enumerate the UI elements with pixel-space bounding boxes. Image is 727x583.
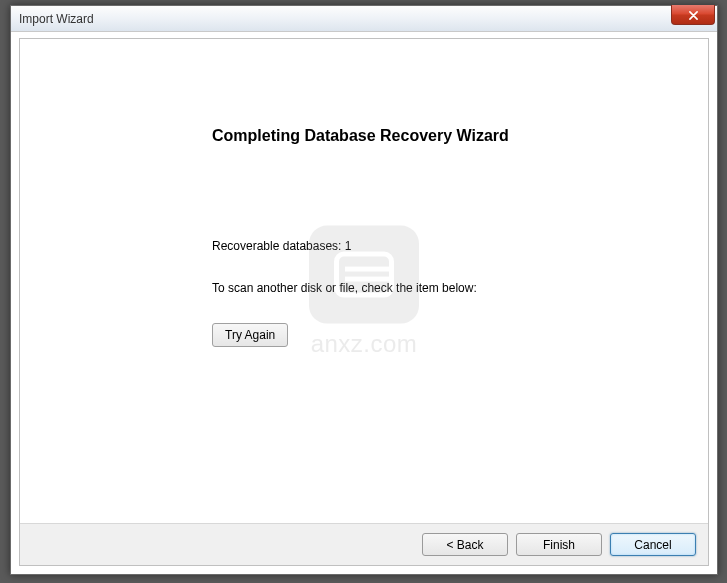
recoverable-count-text: Recoverable databases: 1 [212,239,708,253]
wizard-content: anxz.com Completing Database Recovery Wi… [20,39,708,523]
client-area: anxz.com Completing Database Recovery Wi… [19,38,709,566]
cancel-button[interactable]: Cancel [610,533,696,556]
rescan-instruction-text: To scan another disk or file, check the … [212,281,708,295]
page-title: Completing Database Recovery Wizard [212,127,708,145]
watermark-text: anxz.com [311,330,418,358]
try-again-button[interactable]: Try Again [212,323,288,347]
close-button[interactable] [671,5,715,25]
window-title: Import Wizard [19,12,94,26]
wizard-footer: < Back Finish Cancel [20,523,708,565]
close-icon [688,6,699,24]
back-button[interactable]: < Back [422,533,508,556]
titlebar[interactable]: Import Wizard [11,6,717,32]
dialog-window: Import Wizard anxz.com Completing Databa… [10,5,718,575]
finish-button[interactable]: Finish [516,533,602,556]
